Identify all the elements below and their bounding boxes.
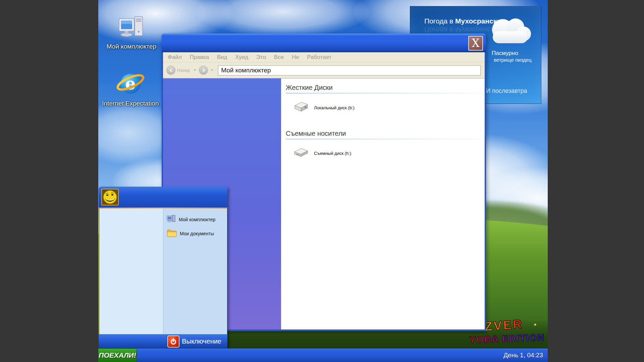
navigation-toolbar: Назад xyxy=(163,62,485,78)
close-button[interactable]: X xyxy=(468,36,483,51)
drive-item-label: Съемный диск (h:) xyxy=(314,151,351,156)
menu-item-edit[interactable]: Правка xyxy=(190,54,209,60)
taskbar-clock: День 1, 04:23 xyxy=(503,349,548,362)
menu-item-4[interactable]: Хуид xyxy=(235,54,248,60)
start-menu-item-my-computer[interactable]: Мой комплюктер xyxy=(163,213,227,227)
menu-item-view[interactable]: Вид xyxy=(217,54,227,60)
start-menu-item-label: Мои документы xyxy=(180,231,214,236)
weather-condition: Пасмурно xyxy=(492,50,518,57)
menu-item-5[interactable]: Это xyxy=(256,54,266,60)
weather-forecast: И послезавтра xyxy=(486,87,527,95)
menu-bar: Файл Правка Вид Хуид Это Все Не Работает xyxy=(163,52,485,62)
flower xyxy=(534,324,536,325)
menu-item-6[interactable]: Все xyxy=(274,54,284,60)
section-title-removable-media: Съемные носители xyxy=(286,130,481,137)
cloud-icon xyxy=(483,14,536,53)
shutdown-label[interactable]: Выключение xyxy=(182,338,221,345)
menu-item-file[interactable]: Файл xyxy=(168,54,182,60)
trollface-icon xyxy=(102,190,118,204)
start-menu-left-column xyxy=(100,208,163,334)
address-input[interactable] xyxy=(218,65,481,75)
zver-branding-line1: ZVER xyxy=(484,317,524,334)
desktop-icon-label: Мой комплюктер xyxy=(105,43,158,50)
forward-dropdown-icon[interactable] xyxy=(211,69,213,71)
desktop-icon-my-computer[interactable]: Мой комплюктер xyxy=(105,15,158,50)
drive-item-label: Локальный диск (b:) xyxy=(314,105,355,110)
desktop-icon-label: Internet Expectation xyxy=(100,100,161,107)
power-icon xyxy=(170,338,177,345)
section-title-hard-disks: Жесткие Диски xyxy=(286,84,481,92)
removable-drive-icon xyxy=(293,147,309,160)
back-button-label: Назад xyxy=(177,68,190,73)
menu-item-8[interactable]: Работает xyxy=(307,54,331,60)
avatar xyxy=(101,189,119,205)
start-menu-item-my-documents[interactable]: Мои документы xyxy=(163,227,227,241)
start-menu-bottom-bar: Выключение xyxy=(99,334,227,349)
back-icon xyxy=(169,68,173,72)
desktop: ZVER YOBA EDITION Мой комплюктер xyxy=(98,0,548,362)
internet-explorer-icon: e xyxy=(116,93,145,99)
screen: ZVER YOBA EDITION Мой комплюктер xyxy=(0,0,644,362)
start-button[interactable]: ПОЕХАЛИ! xyxy=(98,349,137,362)
start-menu-header xyxy=(99,187,227,207)
desktop-icon-internet-expectation[interactable]: e Internet Expectation xyxy=(100,67,161,107)
start-menu-item-label: Мой комплюктер xyxy=(179,217,215,222)
hard-drive-icon xyxy=(293,101,309,114)
my-computer-icon xyxy=(118,36,145,42)
back-button[interactable] xyxy=(166,66,175,75)
window-titlebar[interactable]: X xyxy=(162,34,486,52)
start-menu-body: Мой комплюктер Мои документы xyxy=(99,208,227,334)
menu-item-7[interactable]: Не xyxy=(292,54,299,60)
taskbar: ПОЕХАЛИ! День 1, 04:23 xyxy=(98,349,548,362)
folder-content: Жесткие Диски Локаль xyxy=(281,78,485,329)
forward-button[interactable] xyxy=(199,66,208,75)
forward-icon xyxy=(202,68,206,72)
folder-icon xyxy=(167,229,177,239)
start-menu: Мой комплюктер Мои документы xyxy=(99,187,227,349)
start-menu-right-column: Мой комплюктер Мои документы xyxy=(163,208,227,334)
section-divider xyxy=(286,93,481,94)
cloud xyxy=(196,0,370,37)
shutdown-button[interactable] xyxy=(167,336,179,348)
back-dropdown-icon[interactable] xyxy=(194,69,196,71)
drive-item-local-disk[interactable]: Локальный диск (b:) xyxy=(293,101,481,114)
weather-condition-detail: ветрище пиздец xyxy=(494,57,532,63)
drive-item-removable-disk[interactable]: Съемный диск (h:) xyxy=(293,147,481,160)
my-computer-icon xyxy=(167,215,176,225)
section-divider xyxy=(286,139,481,139)
